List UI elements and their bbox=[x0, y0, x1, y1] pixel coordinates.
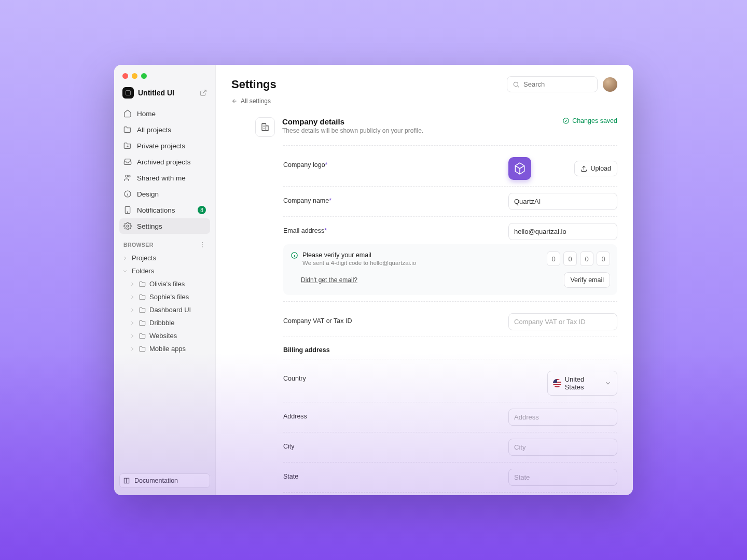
nav-archived-projects[interactable]: Archived projects bbox=[119, 154, 210, 170]
city-field[interactable] bbox=[508, 439, 617, 456]
notification-badge: 8 bbox=[198, 206, 206, 214]
nav-label: Private projects bbox=[137, 142, 185, 150]
tree-dribbble[interactable]: Dribbble bbox=[119, 316, 210, 329]
tree-websites[interactable]: Websites bbox=[119, 329, 210, 342]
country-select[interactable]: United States bbox=[547, 371, 617, 396]
chevron-down-icon bbox=[604, 380, 612, 387]
svg-point-7 bbox=[202, 242, 203, 243]
tree-projects[interactable]: Projects bbox=[119, 251, 210, 264]
folder-icon bbox=[139, 332, 146, 340]
nav-settings[interactable]: Settings bbox=[119, 218, 210, 234]
us-flag-icon bbox=[553, 379, 561, 387]
label-country: Country bbox=[283, 371, 306, 382]
tree-olivias-files[interactable]: Olivia's files bbox=[119, 277, 210, 290]
upload-label: Upload bbox=[590, 165, 611, 172]
label-city: City bbox=[283, 439, 295, 450]
more-icon[interactable] bbox=[199, 241, 206, 248]
verify-email-button[interactable]: Verify email bbox=[564, 272, 610, 288]
header-actions bbox=[507, 76, 617, 92]
code-digit-1[interactable] bbox=[547, 251, 560, 266]
row-company-logo: Company logo* Upload bbox=[283, 151, 617, 187]
row-email: Email address* bbox=[283, 217, 617, 244]
documentation-button[interactable]: Documentation bbox=[119, 473, 210, 488]
svg-point-8 bbox=[202, 244, 203, 245]
folder-icon bbox=[139, 345, 146, 353]
main-header: Settings bbox=[231, 76, 617, 92]
tree-mobile-apps[interactable]: Mobile apps bbox=[119, 342, 210, 355]
folder-icon bbox=[139, 319, 146, 327]
svg-point-0 bbox=[127, 146, 128, 147]
tree-label: Dashboard UI bbox=[149, 306, 191, 314]
lock-folder-icon bbox=[123, 142, 132, 150]
address-field[interactable] bbox=[508, 409, 617, 426]
status-text: Changes saved bbox=[572, 117, 617, 124]
gear-icon bbox=[123, 222, 132, 230]
documentation-label: Documentation bbox=[134, 477, 178, 484]
code-digit-4[interactable] bbox=[597, 251, 610, 266]
nav-home[interactable]: Home bbox=[119, 106, 210, 121]
bell-icon bbox=[123, 206, 132, 214]
upload-button[interactable]: Upload bbox=[574, 161, 617, 176]
company-name-field[interactable] bbox=[508, 193, 617, 210]
brand[interactable]: Untitled UI bbox=[122, 87, 174, 99]
nav-private-projects[interactable]: Private projects bbox=[119, 138, 210, 153]
vat-field[interactable] bbox=[508, 313, 617, 330]
nav-design[interactable]: Design bbox=[119, 186, 210, 202]
browser-tree: Projects Folders Olivia's files Sophie's… bbox=[119, 251, 210, 355]
billing-title: Billing address bbox=[283, 346, 617, 354]
section-title: Company details bbox=[282, 117, 555, 126]
main-panel: Settings All settings Company details bbox=[215, 65, 633, 495]
external-link-icon[interactable] bbox=[200, 89, 207, 96]
nav-label: Settings bbox=[137, 222, 162, 230]
chevron-right-icon bbox=[129, 294, 136, 300]
email-field[interactable] bbox=[508, 223, 617, 240]
users-icon bbox=[123, 174, 132, 182]
arrow-left-icon bbox=[231, 98, 238, 104]
code-digit-2[interactable] bbox=[563, 251, 577, 266]
label-company-name: Company name* bbox=[283, 193, 331, 204]
upload-icon bbox=[580, 165, 587, 172]
minimize-icon[interactable] bbox=[132, 73, 137, 79]
label-email: Email address* bbox=[283, 223, 327, 234]
check-circle-icon bbox=[562, 117, 570, 124]
code-digit-3[interactable] bbox=[580, 251, 593, 266]
nav-label: Shared with me bbox=[137, 174, 186, 182]
row-vat: Company VAT or Tax ID bbox=[283, 307, 617, 337]
svg-point-9 bbox=[202, 246, 203, 247]
svg-point-1 bbox=[126, 175, 128, 177]
book-icon bbox=[123, 477, 130, 484]
country-value: United States bbox=[565, 375, 604, 391]
nav-shared[interactable]: Shared with me bbox=[119, 170, 210, 186]
close-icon[interactable] bbox=[122, 73, 128, 79]
state-field[interactable] bbox=[508, 469, 617, 486]
tree-label: Mobile apps bbox=[149, 345, 186, 353]
label-address: Address bbox=[283, 409, 307, 420]
nav-notifications[interactable]: Notifications 8 bbox=[119, 202, 210, 218]
tree-folders[interactable]: Folders bbox=[119, 264, 210, 277]
status-badge: Changes saved bbox=[562, 117, 617, 124]
search-input[interactable] bbox=[523, 80, 592, 88]
search-input-wrap[interactable] bbox=[507, 76, 598, 92]
info-icon bbox=[123, 190, 132, 198]
nav-label: All projects bbox=[137, 126, 171, 134]
resend-email-link[interactable]: Didn't get the email? bbox=[301, 276, 357, 284]
label-vat: Company VAT or Tax ID bbox=[283, 313, 352, 325]
breadcrumb[interactable]: All settings bbox=[231, 97, 617, 105]
row-country: Country United States bbox=[283, 365, 617, 402]
brand-name: Untitled UI bbox=[138, 89, 174, 97]
folder-icon bbox=[123, 125, 132, 134]
company-logo-icon bbox=[508, 157, 531, 180]
sidebar: Untitled UI Home All projects Private pr… bbox=[114, 65, 215, 495]
tree-sophies-files[interactable]: Sophie's files bbox=[119, 290, 210, 303]
maximize-icon[interactable] bbox=[141, 73, 147, 79]
section-subtitle: These details will be shown publicly on … bbox=[282, 127, 555, 134]
chevron-right-icon bbox=[121, 255, 129, 261]
folder-icon bbox=[139, 281, 146, 288]
nav-label: Archived projects bbox=[137, 158, 191, 166]
tree-dashboard-ui[interactable]: Dashboard UI bbox=[119, 303, 210, 316]
nav-all-projects[interactable]: All projects bbox=[119, 122, 210, 137]
chevron-right-icon bbox=[129, 281, 136, 287]
row-company-name: Company name* bbox=[283, 187, 617, 217]
settings-form: Company details These details will be sh… bbox=[231, 105, 617, 495]
avatar[interactable] bbox=[603, 77, 617, 92]
